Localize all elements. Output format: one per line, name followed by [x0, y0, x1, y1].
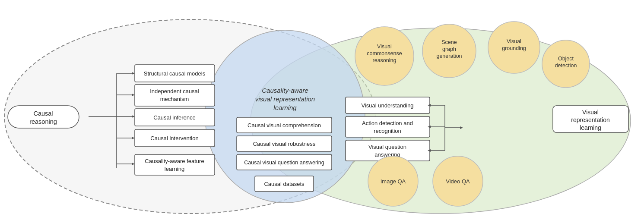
circle-object-detection-text2: detection [555, 63, 577, 69]
box-action-text2: recognition [374, 128, 401, 134]
circle-commonsense-text1: Visual [377, 44, 392, 50]
vrl-label-1: Visual [582, 109, 599, 116]
center-label-1: Causality-aware [262, 87, 308, 94]
box-feature-text1: Causality-aware feature [145, 158, 204, 164]
box-independent-text2: mechanism [160, 96, 189, 102]
center-label-3: learning [273, 104, 297, 111]
circle-commonsense-text3: reasoning [373, 57, 397, 63]
box-understanding-text: Visual understanding [361, 102, 413, 109]
box-visual-qa-text1: Visual question [368, 144, 406, 150]
circle-scene-graph-text3: generation [436, 53, 462, 59]
box-feature-text2: learning [165, 166, 184, 172]
box-action-text1: Action detection and [362, 120, 413, 126]
box-intervention-text: Causal intervention [150, 135, 198, 141]
vrl-label-3: learning [580, 124, 601, 131]
box-robustness-text: Causal visual robustness [253, 141, 316, 147]
center-label-2: visual representation [255, 95, 315, 103]
box-inference-text: Causal inference [153, 114, 196, 121]
vrl-label-2: representation [571, 116, 610, 123]
circle-object-detection-text1: Object [558, 56, 574, 62]
circle-scene-graph-text1: Scene [441, 39, 457, 45]
box-vqa-text: Causal visual question answering [244, 160, 324, 166]
box-comprehension-text: Causal visual comprehension [247, 122, 321, 129]
box-independent-text1: Independent causal [150, 88, 199, 94]
circle-visual-grounding-text2: grounding [502, 45, 526, 51]
circle-scene-graph-text2: graph [442, 46, 456, 52]
circle-visual-grounding-text1: Visual [507, 38, 521, 44]
circle-video-qa-text: Video QA [446, 178, 470, 185]
box-datasets-text: Causal datasets [264, 181, 305, 187]
causal-reasoning-label2: reasoning [29, 118, 57, 125]
circle-commonsense-text2: commonsense [367, 50, 402, 57]
diagram-container: Structural causal models Independent cau… [0, 0, 644, 220]
circle-image-qa-text: Image QA [381, 178, 406, 185]
box-structural-text: Structural causal models [144, 70, 206, 77]
causal-reasoning-label: Causal [33, 110, 53, 117]
